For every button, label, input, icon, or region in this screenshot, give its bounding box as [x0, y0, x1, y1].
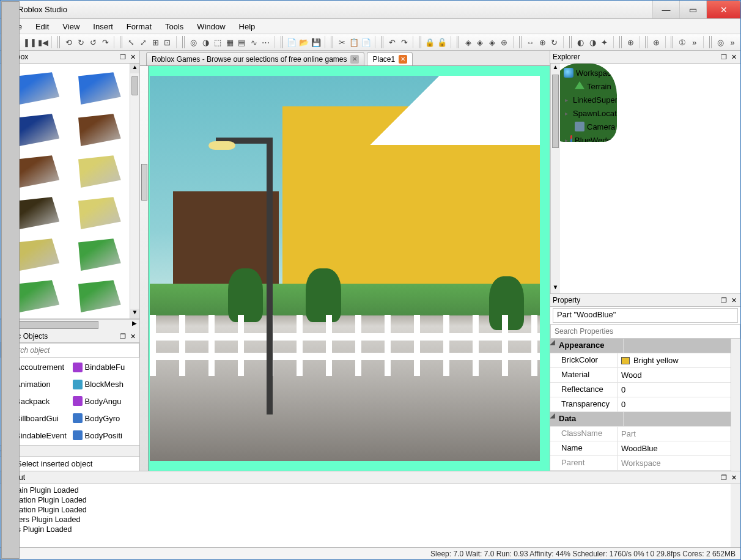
maximize-button[interactable]: ▭ [679, 1, 706, 18]
explorer-node[interactable]: ▸SpawnLocation [551, 106, 616, 120]
toolbar-button[interactable]: ◐ [575, 35, 586, 49]
toolbar-button[interactable]: ⤢ [138, 35, 149, 49]
toolbar-button[interactable]: ⬚ [212, 35, 223, 49]
toolbox-scrollbar[interactable]: ▲ ▼ [130, 64, 139, 319]
scrollbar-thumb[interactable] [552, 75, 559, 148]
menu-help[interactable]: Help [233, 20, 262, 33]
explorer-close-icon[interactable]: ✕ [729, 53, 738, 61]
property-value[interactable]: 0 [618, 383, 731, 397]
toolbar-button[interactable]: 💾 [311, 35, 322, 49]
property-row[interactable]: ClassNamePart [550, 427, 731, 441]
property-row[interactable]: Transparency0 [550, 397, 731, 412]
toolbar-button[interactable]: ◎ [715, 35, 726, 49]
property-value[interactable]: Workspace [618, 456, 731, 470]
basic-object-item[interactable]: BlockMesh [70, 376, 140, 393]
output-close-icon[interactable]: ✕ [729, 473, 738, 482]
property-search[interactable] [550, 324, 740, 339]
toolbar-button[interactable]: ⊡ [162, 35, 173, 49]
tab-close-icon[interactable]: ✕ [350, 55, 359, 64]
toolbox-brick[interactable] [71, 110, 121, 148]
property-row[interactable]: NameWoodBlue [550, 441, 731, 456]
toolbar-button[interactable]: ↺ [88, 35, 99, 49]
toolbar-button[interactable]: ◑ [587, 35, 598, 49]
toolbar-button[interactable]: ⊞ [150, 35, 161, 49]
explorer-node[interactable]: ▸BlueWedge [551, 133, 616, 142]
toolbar-button[interactable]: ◈ [487, 35, 498, 49]
toolbox-close-icon[interactable]: ✕ [128, 53, 137, 61]
toolbar-button[interactable]: ⊕ [625, 35, 636, 49]
section-caret-icon[interactable]: ◢ [550, 339, 556, 353]
toolbar-button[interactable]: ① [677, 35, 688, 49]
minimize-button[interactable]: — [652, 1, 679, 18]
menu-edit[interactable]: Edit [29, 20, 55, 33]
toolbar-button[interactable]: » [727, 35, 738, 49]
section-caret-icon[interactable]: ◢ [550, 412, 556, 426]
hscroll-thumb[interactable] [13, 321, 98, 329]
toolbar-button[interactable]: ✂ [336, 35, 347, 49]
toolbar-button[interactable]: 📄 [361, 35, 372, 49]
hscroll-thumb[interactable] [1, 1, 20, 559]
toolbox-hscroll[interactable]: ◀ ▶ [1, 319, 139, 330]
toolbar-button[interactable]: 📂 [298, 35, 309, 49]
toolbar-button[interactable]: ↷ [100, 35, 111, 49]
basic-object-item[interactable]: BodyAngu [70, 393, 140, 410]
toolbox-undock-icon[interactable]: ❐ [119, 53, 127, 61]
toolbar-button[interactable]: ↻ [76, 35, 87, 49]
explorer-undock-icon[interactable]: ❐ [720, 53, 728, 61]
output-scrollbar[interactable] [731, 484, 740, 547]
toolbar-button[interactable]: ⤡ [126, 35, 137, 49]
toolbar-button[interactable]: ▤ [237, 35, 248, 49]
property-value[interactable]: Part [618, 427, 731, 441]
toolbar-button[interactable]: ◑ [200, 35, 211, 49]
property-value[interactable]: Bright yellow [618, 353, 731, 367]
document-tab[interactable]: Roblox Games - Browse our selections of … [146, 52, 364, 65]
property-value[interactable]: Wood [618, 368, 731, 382]
tree-caret-icon[interactable]: ▸ [565, 110, 568, 117]
toolbar-button[interactable]: ⟲ [64, 35, 75, 49]
toolbox-brick[interactable] [71, 152, 121, 190]
property-value[interactable]: 0 [618, 397, 731, 411]
menu-tools[interactable]: Tools [159, 20, 190, 33]
basic-objects-close-icon[interactable]: ✕ [128, 332, 137, 341]
toolbar-button[interactable]: » [689, 35, 700, 49]
tree-caret-icon[interactable]: ▸ [565, 97, 568, 103]
tab-close-icon[interactable]: ✕ [399, 55, 407, 64]
explorer-node[interactable]: Camera [551, 120, 616, 133]
toolbar-button[interactable]: 📋 [348, 35, 359, 49]
toolbar-button[interactable]: 📄 [286, 35, 297, 49]
toolbar-button[interactable]: ❚❚ [23, 35, 37, 49]
toolbar-button[interactable]: ⋯ [260, 35, 271, 49]
explorer-node[interactable]: ▾Workspace [551, 66, 616, 79]
menu-insert[interactable]: Insert [87, 20, 119, 33]
toolbar-button[interactable]: ✦ [599, 35, 610, 49]
property-close-icon[interactable]: ✕ [729, 296, 738, 304]
toolbar-button[interactable]: ∿ [248, 35, 259, 49]
basic-object-item[interactable]: BodyGyro [70, 410, 140, 427]
scroll-down-icon[interactable]: ▼ [551, 284, 560, 293]
toolbar-button[interactable]: ▦ [224, 35, 235, 49]
property-scrollbar[interactable] [731, 339, 740, 471]
menu-format[interactable]: Format [120, 20, 158, 33]
3d-viewport[interactable] [140, 66, 550, 471]
explorer-scrollbar[interactable]: ▲ ▼ [550, 64, 560, 293]
tree-caret-icon[interactable]: ▸ [565, 137, 568, 142]
menu-window[interactable]: Window [191, 20, 231, 33]
toolbar-button[interactable]: ↷ [399, 35, 410, 49]
toolbar-button[interactable]: ▮◀ [38, 35, 49, 49]
toolbar-button[interactable]: ↶ [386, 35, 397, 49]
document-tab[interactable]: Place1✕ [367, 52, 413, 65]
scrollbar-thumb[interactable] [131, 76, 138, 95]
explorer-node[interactable]: Terrain [551, 79, 616, 93]
toolbar-button[interactable]: 🔒 [425, 35, 436, 49]
menu-view[interactable]: View [56, 20, 86, 33]
toolbox-brick[interactable] [71, 68, 121, 106]
toolbox-brick[interactable] [71, 276, 121, 314]
explorer-node[interactable]: ▸LinkedSuperball [551, 93, 616, 106]
toolbar-button[interactable]: ⊕ [537, 35, 548, 49]
toolbox-brick[interactable] [71, 235, 121, 273]
viewport-sidebar[interactable] [140, 66, 149, 471]
toolbar-button[interactable]: ◈ [463, 35, 474, 49]
property-row[interactable]: BrickColorBright yellow [550, 353, 731, 368]
basic-objects-hscroll[interactable]: ◀ ▶ [1, 445, 139, 456]
scroll-right-icon[interactable]: ▶ [130, 320, 139, 330]
